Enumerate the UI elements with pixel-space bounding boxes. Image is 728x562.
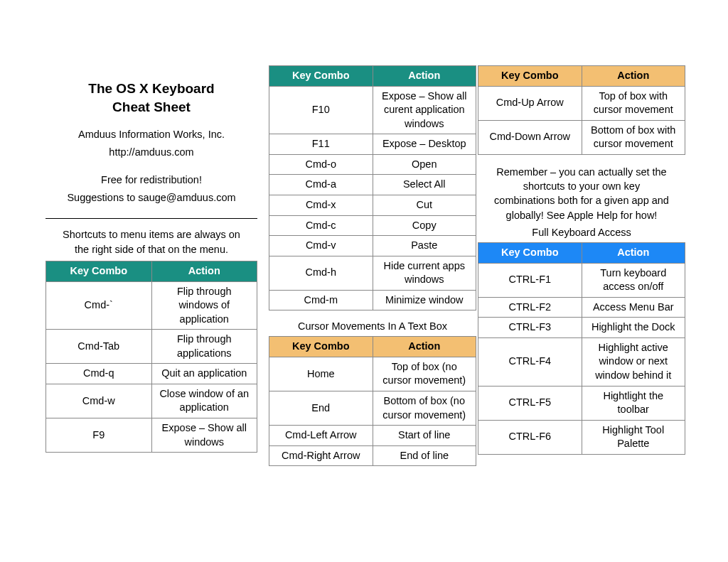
key-combo-cell: Cmd-` <box>46 281 152 330</box>
key-combo-cell: F10 <box>269 86 373 134</box>
table-row: Cmd-vPaste <box>269 236 476 256</box>
key-combo-cell: Cmd-m <box>269 290 373 310</box>
key-combo-cell: End <box>269 391 373 426</box>
caption-cursor-movements: Cursor Movements In A Text Box <box>269 320 476 332</box>
table-row: Cmd-aSelect All <box>269 175 476 195</box>
col-header-key: Key Combo <box>478 243 582 264</box>
col-header-key: Key Combo <box>269 66 373 87</box>
table-cursor-movements-2: Key Combo Action Cmd-Up ArrowTop of box … <box>478 65 685 155</box>
table-row: F9Expose – Show all windows <box>46 418 257 453</box>
key-combo-cell: Cmd-v <box>269 236 373 256</box>
action-cell: Bottom of box with cursor movement <box>582 120 685 154</box>
key-combo-cell: Cmd-Right Arrow <box>269 445 373 466</box>
title-line-2: Cheat Sheet <box>112 99 191 114</box>
key-combo-cell: Cmd-c <box>269 215 373 236</box>
table-row: CTRL-F5Hightlight the toolbar <box>478 386 685 420</box>
key-combo-cell: CTRL-F5 <box>478 386 582 420</box>
action-cell: Top of box (no cursor movement) <box>373 357 476 391</box>
col-header-action: Action <box>373 337 476 357</box>
key-combo-cell: F9 <box>46 418 152 453</box>
table-row: EndBottom of box (no cursor movement) <box>269 391 476 426</box>
key-combo-cell: Cmd-w <box>46 384 152 418</box>
table-row: Cmd-xCut <box>269 195 476 215</box>
key-combo-cell: Cmd-h <box>269 256 373 290</box>
action-cell: Copy <box>373 215 476 236</box>
table-row: CTRL-F2Access Menu Bar <box>478 297 685 318</box>
table-cursor-movements: Key Combo Action HomeTop of box (no curs… <box>269 336 476 466</box>
menu-tip: Shortcuts to menu items are always on th… <box>46 227 257 256</box>
col-header-action: Action <box>151 261 257 281</box>
column-middle: Key Combo Action F10Expose – Show all cu… <box>269 65 476 476</box>
title-line-1: The OS X Keyboard <box>88 81 214 96</box>
key-combo-cell: Cmd-q <box>46 364 152 384</box>
divider <box>46 218 257 219</box>
table-full-keyboard-access: Key Combo Action CTRL-F1Turn keyboard ac… <box>478 242 685 455</box>
action-cell: Access Menu Bar <box>582 297 685 318</box>
table-row: CTRL-F6Highlight Tool Palette <box>478 420 685 454</box>
key-combo-cell: Cmd-x <box>269 195 373 215</box>
page-title: The OS X Keyboard Cheat Sheet <box>46 80 257 116</box>
table-row: Cmd-wClose window of an application <box>46 384 257 418</box>
key-combo-cell: Cmd-Up Arrow <box>478 86 582 120</box>
table-row: Cmd-cCopy <box>269 215 476 236</box>
key-combo-cell: Cmd-a <box>269 175 373 195</box>
table-row: Cmd-oOpen <box>269 154 476 175</box>
suggestions-note: Suggestions to sauge@amduus.com <box>46 190 257 205</box>
table-row: CTRL-F4Highlight active window or next w… <box>478 337 685 386</box>
action-cell: Hide current apps windows <box>373 256 476 290</box>
key-combo-cell: Cmd-Left Arrow <box>269 426 373 446</box>
action-cell: Turn keyboard access on/off <box>582 263 685 297</box>
caption-full-keyboard-access: Full Keyboard Access <box>478 227 685 238</box>
publisher-name: Amduus Information Works, Inc. <box>46 127 257 142</box>
key-combo-cell: Cmd-o <box>269 154 373 175</box>
col-header-key: Key Combo <box>269 337 373 357</box>
action-cell: Bottom of box (no cursor movement) <box>373 391 476 426</box>
col-header-key: Key Combo <box>478 66 582 87</box>
col-header-action: Action <box>582 243 685 264</box>
col-header-action: Action <box>582 66 685 87</box>
redistribution-note: Free for redistribution! <box>46 173 257 188</box>
table-row: Cmd-`Flip through windows of application <box>46 281 257 330</box>
col-header-key: Key Combo <box>46 261 152 281</box>
action-cell: Highlight the Dock <box>582 318 685 338</box>
action-cell: Paste <box>373 236 476 256</box>
table-row: F11Expose – Desktop <box>269 134 476 155</box>
table-row: F10Expose – Show all curent application … <box>269 86 476 134</box>
key-combo-cell: Cmd-Down Arrow <box>478 120 582 154</box>
column-intro: The OS X Keyboard Cheat Sheet Amduus Inf… <box>46 80 257 463</box>
key-combo-cell: CTRL-F6 <box>478 420 582 454</box>
table-row: Cmd-qQuit an application <box>46 364 257 384</box>
table-row: CTRL-F1Turn keyboard access on/off <box>478 263 685 297</box>
publisher-block: Amduus Information Works, Inc. http://am… <box>46 127 257 205</box>
action-cell: Start of line <box>373 426 476 446</box>
publisher-url: http://amduus.com <box>46 145 257 160</box>
table-row: Cmd-Up ArrowTop of box with cursor movem… <box>478 86 685 120</box>
action-cell: Flip through windows of application <box>151 281 257 330</box>
table-row: CTRL-F3Highlight the Dock <box>478 318 685 338</box>
action-cell: Select All <box>373 175 476 195</box>
key-combo-cell: Cmd-Tab <box>46 330 152 364</box>
action-cell: Cut <box>373 195 476 215</box>
action-cell: Hightlight the toolbar <box>582 386 685 420</box>
action-cell: Expose – Desktop <box>373 134 476 155</box>
table-row: Cmd-Right ArrowEnd of line <box>269 445 476 466</box>
action-cell: Highlight active window or next window b… <box>582 337 685 386</box>
table-row: HomeTop of box (no cursor movement) <box>269 357 476 391</box>
action-cell: End of line <box>373 445 476 466</box>
table-row: Cmd-hHide current apps windows <box>269 256 476 290</box>
action-cell: Open <box>373 154 476 175</box>
action-cell: Expose – Show all curent application win… <box>373 86 476 134</box>
action-cell: Flip through applications <box>151 330 257 364</box>
key-combo-cell: Home <box>269 357 373 391</box>
table-basic-shortcuts: Key Combo Action Cmd-`Flip through windo… <box>46 261 257 453</box>
key-combo-cell: F11 <box>269 134 373 155</box>
key-combo-cell: CTRL-F4 <box>478 337 582 386</box>
action-cell: Highlight Tool Palette <box>582 420 685 454</box>
action-cell: Quit an application <box>151 364 257 384</box>
key-combo-cell: CTRL-F1 <box>478 263 582 297</box>
table-row: Cmd-Down ArrowBottom of box with cursor … <box>478 120 685 154</box>
table-row: Cmd-TabFlip through applications <box>46 330 257 364</box>
table-row: Cmd-mMinimize window <box>269 290 476 310</box>
table-more-shortcuts: Key Combo Action F10Expose – Show all cu… <box>269 65 476 310</box>
cheat-sheet: The OS X Keyboard Cheat Sheet Amduus Inf… <box>0 0 728 562</box>
